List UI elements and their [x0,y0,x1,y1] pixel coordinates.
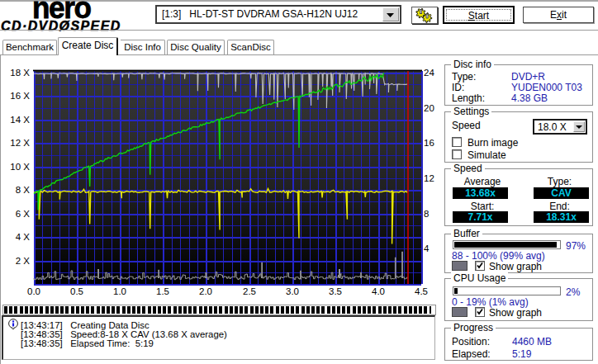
svg-text:24: 24 [424,68,434,78]
svg-text:16 X: 16 X [10,91,30,101]
svg-text:12 X: 12 X [10,138,30,148]
svg-text:12: 12 [424,173,434,183]
svg-text:6 X: 6 X [16,209,31,219]
svg-text:4 X: 4 X [16,232,31,242]
svg-text:2 X: 2 X [16,256,31,266]
svg-text:18 X: 18 X [10,68,30,78]
svg-text:2.0: 2.0 [199,286,212,296]
svg-text:0.0: 0.0 [27,286,40,296]
svg-text:4.5: 4.5 [415,286,428,296]
svg-text:8 X: 8 X [16,185,31,195]
svg-text:10 X: 10 X [10,162,30,172]
svg-text:8: 8 [424,209,429,219]
svg-text:1.0: 1.0 [113,286,126,296]
svg-text:0.5: 0.5 [70,286,83,296]
svg-text:4.0: 4.0 [372,286,385,296]
svg-text:20: 20 [424,103,434,113]
svg-text:14 X: 14 X [10,115,30,125]
svg-text:16: 16 [424,138,434,148]
svg-text:2.5: 2.5 [243,286,256,296]
svg-text:1.5: 1.5 [156,286,169,296]
svg-text:4: 4 [424,243,430,253]
svg-text:3.5: 3.5 [329,286,342,296]
svg-text:3.0: 3.0 [286,286,299,296]
